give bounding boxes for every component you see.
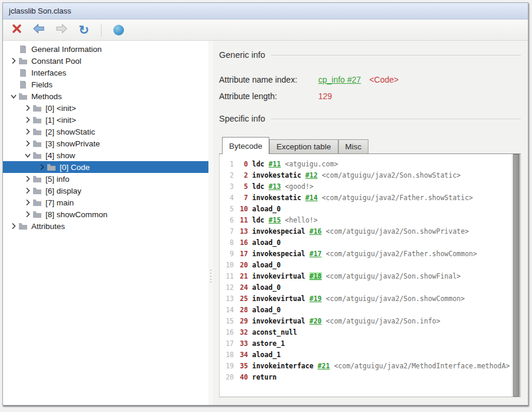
title-bar[interactable]: jclasslib Son.class: [3, 3, 528, 19]
bytecode-offset: 25: [235, 293, 248, 305]
constant-pool-link[interactable]: #11: [269, 160, 281, 168]
operand-comment: <atguigu.com>: [285, 160, 338, 168]
tree-item-general-information[interactable]: General Information: [3, 43, 208, 55]
close-button[interactable]: [9, 22, 24, 38]
constant-pool-link[interactable]: #15: [269, 216, 281, 224]
line-number: 13: [222, 293, 234, 305]
tree-item-5-info[interactable]: [5] info: [3, 173, 208, 185]
line-number: 20: [222, 372, 234, 383]
constant-pool-link[interactable]: #14: [305, 194, 318, 202]
line-number: 3: [222, 181, 234, 192]
bytecode-line: 713invokespecial#16<com/atguigu/java2/So…: [222, 226, 512, 237]
vertical-scrollbar[interactable]: [512, 154, 520, 397]
opcode-mnemonic: return: [252, 373, 277, 381]
cp-info-link[interactable]: cp_info #27: [318, 75, 361, 84]
tab-bytecode[interactable]: Bytecode: [222, 137, 269, 154]
tree-item-0-init[interactable]: [0] <init>: [3, 102, 208, 114]
line-number: 14: [222, 305, 234, 316]
constant-pool-link[interactable]: #21: [318, 362, 330, 370]
chevron-right-icon[interactable]: [37, 162, 47, 172]
specific-info-section-header: Specific info: [219, 114, 521, 123]
bytecode-offset: 17: [235, 248, 248, 260]
bytecode-offset: 32: [235, 327, 248, 338]
bytecode-line: 510aload_0: [222, 204, 512, 215]
bytecode-offset: 40: [235, 372, 248, 383]
back-button[interactable]: [31, 22, 47, 38]
tree-item-fields[interactable]: Fields: [3, 79, 208, 90]
bytecode-offset: 34: [235, 349, 248, 361]
scrollbar-thumb[interactable]: [513, 154, 520, 397]
window-title: jclasslib Son.class: [9, 6, 71, 15]
reload-button[interactable]: ↻: [76, 22, 92, 38]
forward-button[interactable]: [54, 22, 69, 38]
constant-pool-link[interactable]: #13: [269, 182, 281, 191]
chevron-right-icon[interactable]: [23, 198, 32, 207]
browse-web-button[interactable]: [111, 22, 126, 38]
bytecode-line: 1733astore_1: [222, 338, 512, 349]
tree-item-1-init[interactable]: [1] <init>: [3, 114, 208, 126]
operand-comment: <hello!>: [285, 216, 318, 224]
tree-item-2-showstatic[interactable]: [2] showStatic: [3, 126, 208, 138]
tab-exception-table[interactable]: Exception table: [269, 139, 338, 153]
generic-info-rows: Attribute name index: cp_info #27 <Code>…: [219, 71, 521, 104]
line-number: 15: [222, 316, 234, 327]
tree-item-6-display[interactable]: [6] display: [3, 185, 208, 197]
folder-icon: [32, 139, 43, 148]
opcode-mnemonic: ldc: [252, 216, 265, 224]
line-number: 17: [222, 338, 234, 349]
chevron-right-icon[interactable]: [9, 56, 18, 66]
bytecode-offset: 16: [235, 237, 248, 248]
tree-item-label: Methods: [31, 92, 62, 101]
line-number: 10: [222, 260, 234, 271]
operand-comment: <com/atguigu/java2/Son.info>: [326, 317, 440, 325]
tree-item-label: Interfaces: [31, 68, 66, 77]
tree-item-7-main[interactable]: [7] main: [3, 197, 208, 208]
expander-placeholder: [9, 68, 18, 77]
chevron-right-icon[interactable]: [9, 221, 18, 231]
tree-item-0-code[interactable]: [0] Code: [3, 161, 208, 173]
tree-item-label: Attributes: [31, 222, 65, 231]
chevron-right-icon[interactable]: [23, 127, 32, 136]
constant-pool-link[interactable]: #20: [309, 317, 322, 325]
chevron-down-icon[interactable]: [23, 151, 32, 160]
constant-pool-link[interactable]: #12: [305, 171, 318, 179]
tree-item-interfaces[interactable]: Interfaces: [3, 67, 208, 79]
chevron-right-icon[interactable]: [23, 174, 32, 184]
chevron-right-icon[interactable]: [23, 186, 32, 195]
bytecode-line: 1428aload_0: [222, 305, 512, 316]
chevron-right-icon[interactable]: [23, 103, 32, 113]
opcode-mnemonic: invokeinterface: [252, 362, 314, 370]
operand-comment: <com/atguigu/java2/Father.showCommon>: [326, 250, 477, 258]
refresh-icon: ↻: [79, 24, 89, 36]
tree-item-attributes[interactable]: Attributes: [3, 220, 208, 232]
main-content: General InformationConstant PoolInterfac…: [3, 41, 528, 405]
tree-item-methods[interactable]: Methods: [3, 90, 208, 102]
line-number: 18: [222, 349, 234, 361]
folder-icon: [32, 151, 43, 160]
bytecode-line: 1935invokeinterface#21<com/atguigu/java2…: [222, 361, 512, 372]
panel-splitter[interactable]: [208, 41, 213, 405]
tree-item-4-show[interactable]: [4] show: [3, 149, 208, 161]
chevron-right-icon[interactable]: [23, 210, 32, 219]
tree-item-constant-pool[interactable]: Constant Pool: [3, 55, 208, 67]
tree-item-3-showprivate[interactable]: [3] showPrivate: [3, 138, 208, 149]
forward-arrow-icon: [55, 24, 68, 36]
tree-item-8-showcommon[interactable]: [8] showCommon: [3, 208, 208, 220]
back-arrow-icon: [32, 24, 45, 36]
chevron-right-icon[interactable]: [23, 115, 32, 125]
chevron-down-icon[interactable]: [9, 91, 18, 101]
bytecode-line: 22invokestatic#12<com/atguigu/java2/Son.…: [222, 170, 512, 181]
operand-comment: <com/atguigu/java2/Son.showStatic>: [322, 171, 461, 179]
chevron-right-icon[interactable]: [23, 139, 32, 148]
constant-pool-link[interactable]: #16: [309, 227, 322, 236]
line-number: 5: [222, 204, 234, 215]
opcode-mnemonic: aload_1: [252, 351, 280, 359]
constant-pool-link[interactable]: #18: [309, 272, 322, 280]
constant-pool-link[interactable]: #17: [309, 250, 322, 258]
folder-icon: [32, 198, 43, 207]
bytecode-offset: 33: [235, 338, 248, 349]
opcode-mnemonic: aload_0: [252, 306, 280, 314]
tab-misc[interactable]: Misc: [338, 139, 369, 153]
constant-pool-link[interactable]: #19: [309, 295, 322, 303]
toolbar: ↻: [3, 19, 528, 41]
